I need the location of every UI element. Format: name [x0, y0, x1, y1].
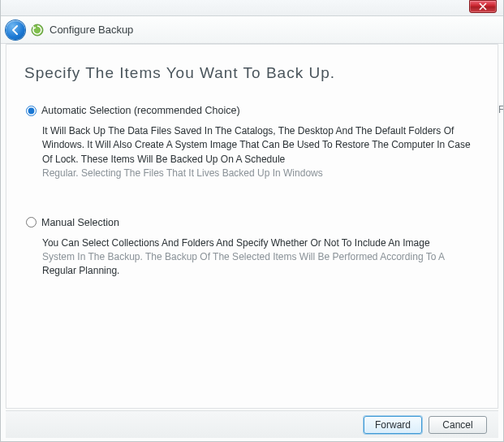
- titlebar: [1, 0, 503, 16]
- option-manual-head[interactable]: Manual Selection: [26, 217, 480, 228]
- close-button[interactable]: [469, 0, 497, 13]
- back-button[interactable]: [6, 20, 25, 40]
- option-automatic-head[interactable]: Automatic Selection (recommended Choice): [26, 105, 480, 116]
- option-manual-desc: You Can Select Collections And Folders A…: [26, 236, 480, 279]
- footer: Forward Cancel: [6, 410, 498, 438]
- option-automatic-label: Automatic Selection (recommended Choice): [41, 105, 240, 116]
- navbar: Configure Backup: [1, 16, 503, 44]
- desc-text: It Will Back Up The Data Files Saved In …: [42, 125, 471, 165]
- option-automatic-desc: It Will Back Up The Data Files Saved In …: [26, 124, 480, 181]
- backup-wizard-window: Configure Backup Fi Specify The Items Yo…: [0, 0, 504, 442]
- forward-button[interactable]: Forward: [364, 416, 422, 434]
- option-manual: Manual Selection You Can Select Collecti…: [24, 217, 480, 279]
- cutoff-text: Fi: [498, 104, 503, 115]
- option-automatic: Automatic Selection (recommended Choice)…: [24, 105, 480, 181]
- content-area: Specify The Items You Want To Back Up. A…: [6, 44, 498, 409]
- desc-text: You Can Select Collections And Folders A…: [42, 237, 430, 249]
- radio-manual[interactable]: [26, 217, 37, 228]
- backup-app-icon: [30, 23, 45, 37]
- desc-text: Regular Planning.: [42, 265, 119, 276]
- option-manual-label: Manual Selection: [41, 217, 119, 228]
- radio-automatic[interactable]: [26, 106, 37, 116]
- cancel-button[interactable]: Cancel: [429, 416, 487, 434]
- page-heading: Specify The Items You Want To Back Up.: [24, 64, 480, 82]
- desc-text: System In The Backup. The Backup Of The …: [42, 251, 445, 262]
- close-icon: [479, 2, 487, 11]
- desc-text: Regular. Selecting The Files That It Liv…: [42, 167, 323, 179]
- nav-title: Configure Backup: [50, 24, 133, 36]
- back-arrow-icon: [10, 24, 21, 36]
